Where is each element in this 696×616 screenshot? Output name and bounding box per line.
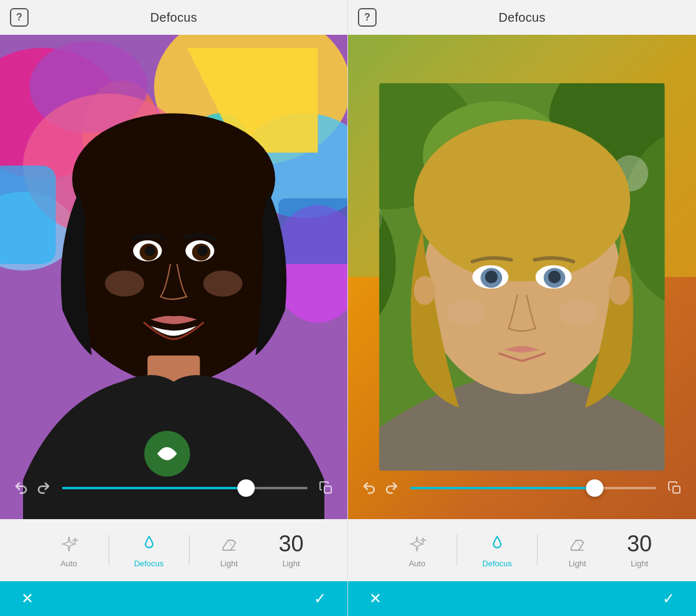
right-auto-tool[interactable]: Auto [380, 533, 454, 568]
left-help-button[interactable]: ? [10, 8, 29, 27]
copy-icon [319, 481, 334, 496]
left-slider-fill [62, 487, 246, 489]
right-slider-fill [410, 487, 595, 489]
svg-point-24 [203, 270, 242, 296]
redo-icon [36, 481, 51, 496]
right-number-value: 30 [627, 533, 652, 555]
left-title: Defocus [150, 11, 197, 25]
right-panel: ? Defocus [348, 0, 696, 616]
left-photo [0, 35, 347, 519]
redo-icon-right [384, 481, 399, 496]
right-defocus-icon [486, 533, 508, 555]
right-auto-icon [406, 533, 428, 555]
right-confirm-button[interactable]: ✓ [656, 586, 681, 611]
right-title: Defocus [498, 11, 545, 25]
right-number-display: 30 Light [615, 533, 664, 568]
right-undo-button[interactable] [358, 477, 380, 499]
copy-icon-right [667, 481, 682, 496]
right-light-label: Light [569, 559, 586, 568]
left-light-tool[interactable]: Light [192, 533, 267, 568]
left-number-label: Light [282, 559, 300, 568]
right-auto-sparkle-icon [407, 534, 427, 554]
right-photo [348, 35, 696, 519]
right-portrait [379, 83, 664, 471]
right-divider-1 [457, 535, 457, 566]
left-header: ? Defocus [0, 0, 347, 35]
left-number-display: 30 Light [267, 533, 316, 568]
svg-point-22 [197, 245, 208, 256]
left-number-value: 30 [278, 533, 303, 555]
right-help-button[interactable]: ? [358, 8, 377, 27]
left-image-area [0, 35, 347, 519]
right-copy-button[interactable] [664, 477, 686, 499]
left-slider-track[interactable] [62, 487, 308, 489]
right-header: ? Defocus [348, 0, 696, 35]
left-auto-icon [58, 533, 80, 555]
defocus-drop-icon [138, 533, 160, 555]
undo-icon-right [362, 481, 377, 496]
svg-line-27 [228, 540, 233, 548]
svg-point-23 [105, 270, 144, 296]
right-slider-area [348, 469, 696, 507]
right-slider-track[interactable] [410, 487, 656, 489]
left-bottom-toolbar: Auto Defocus Light 30 L [0, 519, 347, 581]
left-undo-button[interactable] [10, 477, 32, 499]
left-confirm-button[interactable]: ✓ [308, 586, 332, 611]
left-defocus-tool[interactable]: Defocus [112, 533, 186, 568]
left-panel: ? Defocus [0, 0, 348, 616]
left-divider-1 [109, 535, 109, 566]
right-image-area [348, 35, 696, 519]
right-cancel-button[interactable]: ✕ [363, 586, 388, 611]
right-eraser-icon [567, 534, 587, 554]
right-redo-button[interactable] [380, 477, 403, 499]
svg-point-21 [145, 245, 155, 256]
left-cancel-button[interactable]: ✕ [15, 586, 40, 611]
right-auto-label: Auto [409, 559, 426, 568]
right-bottom-toolbar: Auto Defocus Light 30 L [348, 519, 696, 581]
left-bg-svg [0, 35, 347, 519]
eraser-icon [219, 534, 239, 554]
right-light-icon [566, 533, 588, 555]
svg-point-44 [485, 271, 498, 283]
right-defocus-drop-icon [486, 533, 508, 555]
svg-point-49 [558, 299, 598, 327]
right-defocus-label: Defocus [482, 559, 512, 568]
left-copy-button[interactable] [315, 477, 337, 499]
right-portrait-svg [379, 83, 664, 471]
left-light-icon [218, 533, 240, 555]
right-number-label: Light [631, 559, 648, 568]
svg-rect-12 [278, 199, 347, 264]
svg-rect-11 [0, 166, 56, 264]
auto-sparkle-icon [59, 534, 79, 554]
left-action-bar: ✕ ✓ [0, 581, 347, 616]
left-slider-thumb[interactable] [237, 479, 255, 497]
right-slider-thumb[interactable] [586, 479, 603, 497]
right-action-bar: ✕ ✓ [348, 581, 696, 616]
left-divider-2 [189, 535, 190, 566]
left-defocus-icon [138, 533, 160, 555]
left-light-label: Light [220, 559, 237, 568]
left-slider-area [0, 469, 347, 507]
left-auto-label: Auto [60, 559, 77, 568]
svg-line-52 [576, 540, 581, 548]
left-help-icon: ? [16, 12, 22, 23]
undo-icon [14, 481, 29, 496]
svg-point-46 [414, 276, 436, 305]
right-light-tool[interactable]: Light [540, 533, 615, 568]
svg-rect-50 [673, 486, 680, 493]
right-defocus-tool[interactable]: Defocus [460, 533, 534, 568]
svg-point-47 [608, 276, 630, 305]
right-divider-2 [537, 535, 538, 566]
left-defocus-label: Defocus [134, 559, 164, 568]
left-redo-button[interactable] [32, 477, 55, 499]
left-auto-tool[interactable]: Auto [32, 533, 106, 568]
right-help-icon: ? [364, 12, 370, 23]
svg-point-48 [446, 299, 486, 327]
svg-point-45 [548, 271, 561, 283]
svg-rect-25 [324, 486, 331, 493]
